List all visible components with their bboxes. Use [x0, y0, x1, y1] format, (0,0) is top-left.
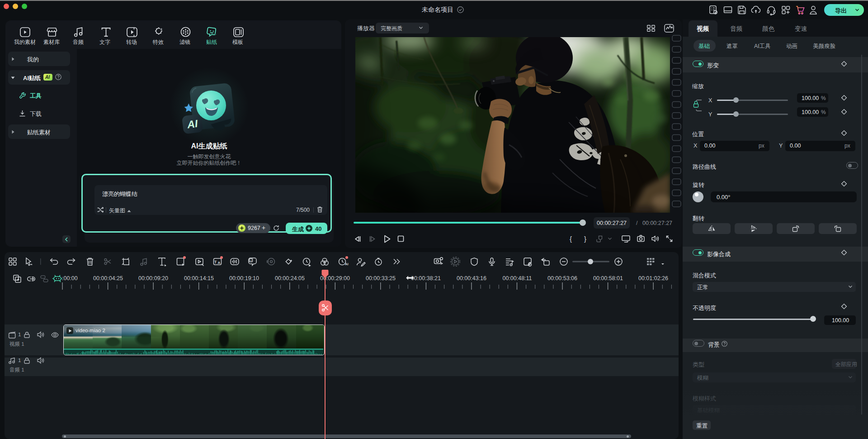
- svg-text:AI: AI: [186, 118, 199, 131]
